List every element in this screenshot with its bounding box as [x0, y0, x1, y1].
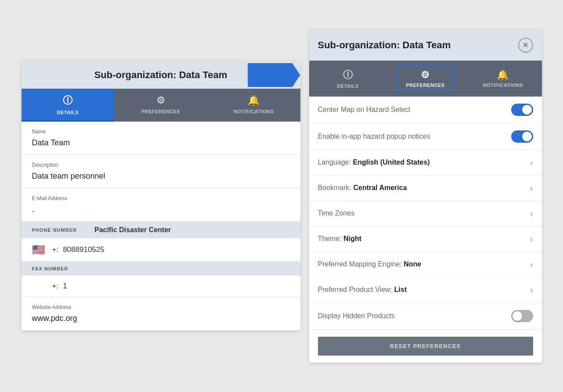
name-label: Name [32, 129, 290, 135]
pref-center-map-label: Center Map on Hazard Select [318, 106, 411, 114]
pref-hidden-products-toggle[interactable] [511, 310, 533, 322]
pref-hidden-products-label: Display Hidden Products [318, 312, 395, 320]
fax-row: +: 1 [22, 276, 300, 297]
pref-hazard-popup: Enable in-app hazard popup notices [309, 123, 542, 150]
tab-notifications-inner: 🔔 NOTIFICATIONS [476, 67, 530, 90]
phone-number: 8088910525 [63, 245, 105, 254]
tab-details-inner: ⓘ DETAILS [330, 66, 366, 91]
reset-preferences-button[interactable]: RESET PREFERENCES [318, 337, 533, 356]
pref-center-map-toggle[interactable] [511, 104, 533, 116]
pref-hazard-popup-label: Enable in-app hazard popup notices [318, 133, 430, 140]
description-value: Data team personnel [32, 170, 290, 183]
tab-details-right[interactable]: ⓘ DETAILS [309, 61, 387, 97]
pref-hidden-products: Display Hidden Products [309, 303, 542, 330]
left-header: Sub-organization: Data Team [22, 61, 300, 89]
info-icon: ⓘ [63, 94, 73, 107]
pref-timezones[interactable]: Time Zones › [309, 201, 542, 227]
tab-notifications-left[interactable]: 🔔 NOTIFICATIONS [207, 89, 300, 122]
phone-org-name: Pacific Disaster Center [94, 226, 171, 234]
preferences-list: Center Map on Hazard Select Enable in-ap… [309, 97, 542, 330]
bell-icon-left: 🔔 [248, 95, 260, 106]
website-field: Website Address www.pdc.org [22, 297, 300, 331]
name-value: Data Team [32, 137, 290, 149]
pref-mapping-engine-label: Preferred Mapping Engine: None [318, 260, 422, 268]
pref-theme[interactable]: Theme: Night › [309, 227, 542, 252]
tab-preferences-right[interactable]: ⚙ PREFERENCES [386, 61, 464, 97]
tab-details-left[interactable]: ⓘ DETAILS [22, 89, 115, 122]
gear-icon-left: ⚙ [156, 95, 166, 106]
right-tab-bar: ⓘ DETAILS ⚙ PREFERENCES 🔔 NOTIFICATIONS [309, 61, 542, 97]
description-field: Description Data team personnel [22, 155, 300, 188]
pref-hazard-popup-toggle[interactable] [511, 130, 533, 143]
pref-bookmark[interactable]: Bookmark: Central America › [309, 176, 542, 201]
pref-bookmark-label: Bookmark: Central America [318, 184, 407, 192]
tab-notifications-label-right: NOTIFICATIONS [483, 83, 523, 88]
bell-icon-right: 🔔 [497, 69, 509, 81]
website-label: Website Address [32, 304, 290, 310]
gear-icon-right: ⚙ [421, 69, 430, 81]
close-icon: ✕ [522, 40, 529, 50]
tab-details-label: DETAILS [57, 110, 79, 115]
tab-preferences-label: PREFERENCES [141, 109, 180, 114]
email-label: E-Mail Address [32, 195, 290, 201]
phone-header-label: PHONE NUMBER [32, 227, 77, 233]
chevron-right-icon: › [530, 158, 533, 168]
pref-language-label: Language: English (United States) [318, 158, 430, 166]
right-title: Sub-organization: Data Team [318, 40, 451, 51]
close-button[interactable]: ✕ [518, 38, 533, 53]
info-icon-right: ⓘ [343, 68, 353, 82]
pref-product-view[interactable]: Preferred Product View: List › [309, 277, 542, 303]
chevron-right-icon-4: › [530, 234, 533, 244]
chevron-right-icon-5: › [530, 259, 533, 270]
chevron-right-icon-3: › [530, 209, 533, 219]
chevron-right-icon-6: › [530, 285, 533, 295]
tab-details-label-right: DETAILS [337, 83, 359, 89]
fax-header-label: FAX NUMBER [32, 266, 69, 271]
website-value: www.pdc.org [32, 312, 290, 325]
pref-mapping-engine[interactable]: Preferred Mapping Engine: None › [309, 252, 542, 277]
tab-notifications-label: NOTIFICATIONS [234, 109, 274, 114]
right-panel: Sub-organization: Data Team ✕ ⓘ DETAILS … [309, 30, 542, 363]
tab-preferences-left[interactable]: ⚙ PREFERENCES [114, 89, 207, 122]
left-title: Sub-organization: Data Team [94, 69, 227, 81]
tab-preferences-label-right: PREFERENCES [406, 83, 444, 88]
pref-language[interactable]: Language: English (United States) › [309, 150, 542, 176]
fax-section-header: FAX NUMBER [22, 262, 300, 276]
left-content: Name Data Team Description Data team per… [22, 122, 300, 331]
description-label: Description [32, 162, 290, 168]
tab-notifications-right[interactable]: 🔔 NOTIFICATIONS [464, 61, 542, 97]
pref-center-map: Center Map on Hazard Select [309, 97, 542, 123]
fax-number: 1 [63, 282, 67, 291]
email-value: . [32, 203, 290, 216]
pref-timezones-label: Time Zones [318, 209, 355, 217]
name-field: Name Data Team [22, 122, 300, 155]
right-header: Sub-organization: Data Team ✕ [309, 30, 542, 61]
left-tab-bar: ⓘ DETAILS ⚙ PREFERENCES 🔔 NOTIFICATIONS [22, 89, 300, 122]
phone-row: 🇺🇸 +: 8088910525 [22, 238, 300, 262]
left-panel: Sub-organization: Data Team ⓘ DETAILS ⚙ … [22, 61, 300, 331]
us-flag-icon: 🇺🇸 [32, 245, 48, 255]
pref-theme-label: Theme: Night [318, 235, 362, 243]
email-field: E-Mail Address . [22, 188, 300, 222]
arrow-decoration [248, 63, 300, 87]
pref-product-view-label: Preferred Product View: List [318, 286, 407, 294]
chevron-right-icon-2: › [530, 183, 533, 193]
tab-preferences-inner: ⚙ PREFERENCES [398, 66, 452, 91]
fax-prefix: +: [52, 282, 59, 291]
phone-section-header: PHONE NUMBER Pacific Disaster Center [22, 222, 300, 238]
phone-prefix: +: [52, 245, 59, 254]
